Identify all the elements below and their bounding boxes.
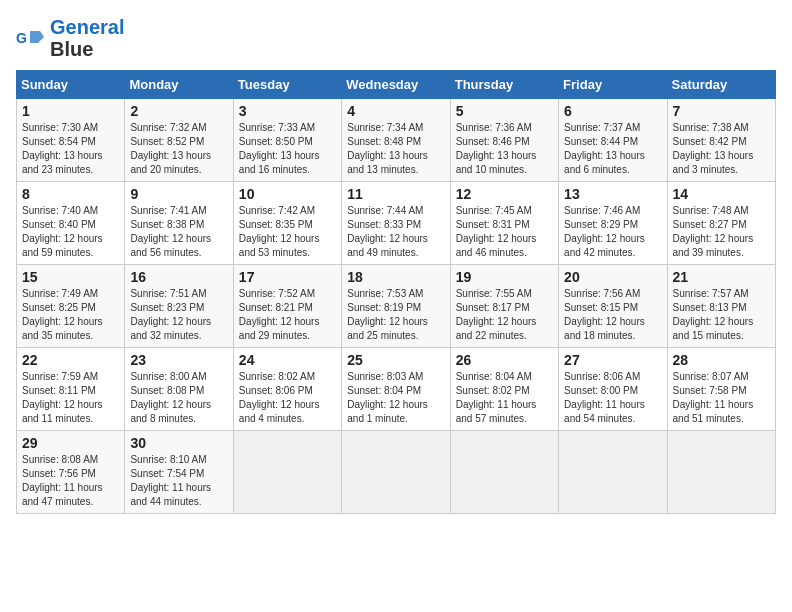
day-info: Sunrise: 7:36 AM Sunset: 8:46 PM Dayligh… bbox=[456, 121, 553, 177]
day-number: 29 bbox=[22, 435, 119, 451]
day-number: 2 bbox=[130, 103, 227, 119]
day-number: 23 bbox=[130, 352, 227, 368]
day-number: 24 bbox=[239, 352, 336, 368]
day-number: 14 bbox=[673, 186, 770, 202]
calendar-cell: 27Sunrise: 8:06 AM Sunset: 8:00 PM Dayli… bbox=[559, 348, 667, 431]
calendar-cell: 30Sunrise: 8:10 AM Sunset: 7:54 PM Dayli… bbox=[125, 431, 233, 514]
day-number: 6 bbox=[564, 103, 661, 119]
calendar-cell: 8Sunrise: 7:40 AM Sunset: 8:40 PM Daylig… bbox=[17, 182, 125, 265]
calendar-header-row: SundayMondayTuesdayWednesdayThursdayFrid… bbox=[17, 71, 776, 99]
day-info: Sunrise: 8:00 AM Sunset: 8:08 PM Dayligh… bbox=[130, 370, 227, 426]
calendar-cell: 20Sunrise: 7:56 AM Sunset: 8:15 PM Dayli… bbox=[559, 265, 667, 348]
calendar-cell: 3Sunrise: 7:33 AM Sunset: 8:50 PM Daylig… bbox=[233, 99, 341, 182]
day-info: Sunrise: 7:40 AM Sunset: 8:40 PM Dayligh… bbox=[22, 204, 119, 260]
calendar-cell: 26Sunrise: 8:04 AM Sunset: 8:02 PM Dayli… bbox=[450, 348, 558, 431]
calendar-cell: 1Sunrise: 7:30 AM Sunset: 8:54 PM Daylig… bbox=[17, 99, 125, 182]
calendar-cell: 25Sunrise: 8:03 AM Sunset: 8:04 PM Dayli… bbox=[342, 348, 450, 431]
calendar-cell: 23Sunrise: 8:00 AM Sunset: 8:08 PM Dayli… bbox=[125, 348, 233, 431]
day-info: Sunrise: 7:30 AM Sunset: 8:54 PM Dayligh… bbox=[22, 121, 119, 177]
calendar-week-3: 22Sunrise: 7:59 AM Sunset: 8:11 PM Dayli… bbox=[17, 348, 776, 431]
day-number: 28 bbox=[673, 352, 770, 368]
day-info: Sunrise: 7:32 AM Sunset: 8:52 PM Dayligh… bbox=[130, 121, 227, 177]
calendar-cell bbox=[667, 431, 775, 514]
calendar-cell bbox=[342, 431, 450, 514]
day-info: Sunrise: 7:46 AM Sunset: 8:29 PM Dayligh… bbox=[564, 204, 661, 260]
calendar-cell: 19Sunrise: 7:55 AM Sunset: 8:17 PM Dayli… bbox=[450, 265, 558, 348]
calendar-cell: 16Sunrise: 7:51 AM Sunset: 8:23 PM Dayli… bbox=[125, 265, 233, 348]
day-info: Sunrise: 7:52 AM Sunset: 8:21 PM Dayligh… bbox=[239, 287, 336, 343]
col-header-monday: Monday bbox=[125, 71, 233, 99]
calendar-cell: 9Sunrise: 7:41 AM Sunset: 8:38 PM Daylig… bbox=[125, 182, 233, 265]
day-info: Sunrise: 8:03 AM Sunset: 8:04 PM Dayligh… bbox=[347, 370, 444, 426]
calendar-week-0: 1Sunrise: 7:30 AM Sunset: 8:54 PM Daylig… bbox=[17, 99, 776, 182]
day-number: 20 bbox=[564, 269, 661, 285]
page-header: G GeneralBlue bbox=[16, 16, 776, 60]
col-header-sunday: Sunday bbox=[17, 71, 125, 99]
day-number: 7 bbox=[673, 103, 770, 119]
day-info: Sunrise: 8:02 AM Sunset: 8:06 PM Dayligh… bbox=[239, 370, 336, 426]
day-number: 13 bbox=[564, 186, 661, 202]
col-header-wednesday: Wednesday bbox=[342, 71, 450, 99]
calendar-cell: 15Sunrise: 7:49 AM Sunset: 8:25 PM Dayli… bbox=[17, 265, 125, 348]
calendar-cell: 2Sunrise: 7:32 AM Sunset: 8:52 PM Daylig… bbox=[125, 99, 233, 182]
day-number: 27 bbox=[564, 352, 661, 368]
day-number: 19 bbox=[456, 269, 553, 285]
day-number: 3 bbox=[239, 103, 336, 119]
col-header-thursday: Thursday bbox=[450, 71, 558, 99]
day-info: Sunrise: 7:42 AM Sunset: 8:35 PM Dayligh… bbox=[239, 204, 336, 260]
day-info: Sunrise: 7:44 AM Sunset: 8:33 PM Dayligh… bbox=[347, 204, 444, 260]
day-info: Sunrise: 7:41 AM Sunset: 8:38 PM Dayligh… bbox=[130, 204, 227, 260]
day-info: Sunrise: 7:33 AM Sunset: 8:50 PM Dayligh… bbox=[239, 121, 336, 177]
calendar-cell: 4Sunrise: 7:34 AM Sunset: 8:48 PM Daylig… bbox=[342, 99, 450, 182]
logo: G GeneralBlue bbox=[16, 16, 124, 60]
day-number: 5 bbox=[456, 103, 553, 119]
svg-text:G: G bbox=[16, 30, 27, 46]
day-number: 18 bbox=[347, 269, 444, 285]
calendar-cell: 24Sunrise: 8:02 AM Sunset: 8:06 PM Dayli… bbox=[233, 348, 341, 431]
day-info: Sunrise: 7:49 AM Sunset: 8:25 PM Dayligh… bbox=[22, 287, 119, 343]
calendar-cell: 13Sunrise: 7:46 AM Sunset: 8:29 PM Dayli… bbox=[559, 182, 667, 265]
day-number: 11 bbox=[347, 186, 444, 202]
logo-icon: G bbox=[16, 23, 46, 53]
day-number: 12 bbox=[456, 186, 553, 202]
day-info: Sunrise: 8:10 AM Sunset: 7:54 PM Dayligh… bbox=[130, 453, 227, 509]
day-info: Sunrise: 7:38 AM Sunset: 8:42 PM Dayligh… bbox=[673, 121, 770, 177]
calendar-cell: 5Sunrise: 7:36 AM Sunset: 8:46 PM Daylig… bbox=[450, 99, 558, 182]
day-info: Sunrise: 7:34 AM Sunset: 8:48 PM Dayligh… bbox=[347, 121, 444, 177]
calendar-cell bbox=[233, 431, 341, 514]
day-info: Sunrise: 7:55 AM Sunset: 8:17 PM Dayligh… bbox=[456, 287, 553, 343]
calendar-cell: 12Sunrise: 7:45 AM Sunset: 8:31 PM Dayli… bbox=[450, 182, 558, 265]
day-info: Sunrise: 7:48 AM Sunset: 8:27 PM Dayligh… bbox=[673, 204, 770, 260]
day-info: Sunrise: 7:59 AM Sunset: 8:11 PM Dayligh… bbox=[22, 370, 119, 426]
calendar-cell: 21Sunrise: 7:57 AM Sunset: 8:13 PM Dayli… bbox=[667, 265, 775, 348]
calendar-cell: 17Sunrise: 7:52 AM Sunset: 8:21 PM Dayli… bbox=[233, 265, 341, 348]
calendar-cell: 11Sunrise: 7:44 AM Sunset: 8:33 PM Dayli… bbox=[342, 182, 450, 265]
col-header-tuesday: Tuesday bbox=[233, 71, 341, 99]
day-info: Sunrise: 8:07 AM Sunset: 7:58 PM Dayligh… bbox=[673, 370, 770, 426]
day-info: Sunrise: 7:37 AM Sunset: 8:44 PM Dayligh… bbox=[564, 121, 661, 177]
day-number: 16 bbox=[130, 269, 227, 285]
calendar-cell: 10Sunrise: 7:42 AM Sunset: 8:35 PM Dayli… bbox=[233, 182, 341, 265]
day-info: Sunrise: 8:08 AM Sunset: 7:56 PM Dayligh… bbox=[22, 453, 119, 509]
day-number: 25 bbox=[347, 352, 444, 368]
calendar-week-1: 8Sunrise: 7:40 AM Sunset: 8:40 PM Daylig… bbox=[17, 182, 776, 265]
day-number: 17 bbox=[239, 269, 336, 285]
calendar-table: SundayMondayTuesdayWednesdayThursdayFrid… bbox=[16, 70, 776, 514]
calendar-cell: 18Sunrise: 7:53 AM Sunset: 8:19 PM Dayli… bbox=[342, 265, 450, 348]
day-info: Sunrise: 7:51 AM Sunset: 8:23 PM Dayligh… bbox=[130, 287, 227, 343]
day-number: 30 bbox=[130, 435, 227, 451]
col-header-saturday: Saturday bbox=[667, 71, 775, 99]
calendar-cell: 6Sunrise: 7:37 AM Sunset: 8:44 PM Daylig… bbox=[559, 99, 667, 182]
day-number: 10 bbox=[239, 186, 336, 202]
day-info: Sunrise: 7:45 AM Sunset: 8:31 PM Dayligh… bbox=[456, 204, 553, 260]
day-number: 26 bbox=[456, 352, 553, 368]
day-info: Sunrise: 7:56 AM Sunset: 8:15 PM Dayligh… bbox=[564, 287, 661, 343]
calendar-cell: 14Sunrise: 7:48 AM Sunset: 8:27 PM Dayli… bbox=[667, 182, 775, 265]
day-info: Sunrise: 7:53 AM Sunset: 8:19 PM Dayligh… bbox=[347, 287, 444, 343]
calendar-cell: 7Sunrise: 7:38 AM Sunset: 8:42 PM Daylig… bbox=[667, 99, 775, 182]
calendar-cell: 29Sunrise: 8:08 AM Sunset: 7:56 PM Dayli… bbox=[17, 431, 125, 514]
calendar-week-4: 29Sunrise: 8:08 AM Sunset: 7:56 PM Dayli… bbox=[17, 431, 776, 514]
calendar-cell bbox=[559, 431, 667, 514]
col-header-friday: Friday bbox=[559, 71, 667, 99]
day-number: 15 bbox=[22, 269, 119, 285]
